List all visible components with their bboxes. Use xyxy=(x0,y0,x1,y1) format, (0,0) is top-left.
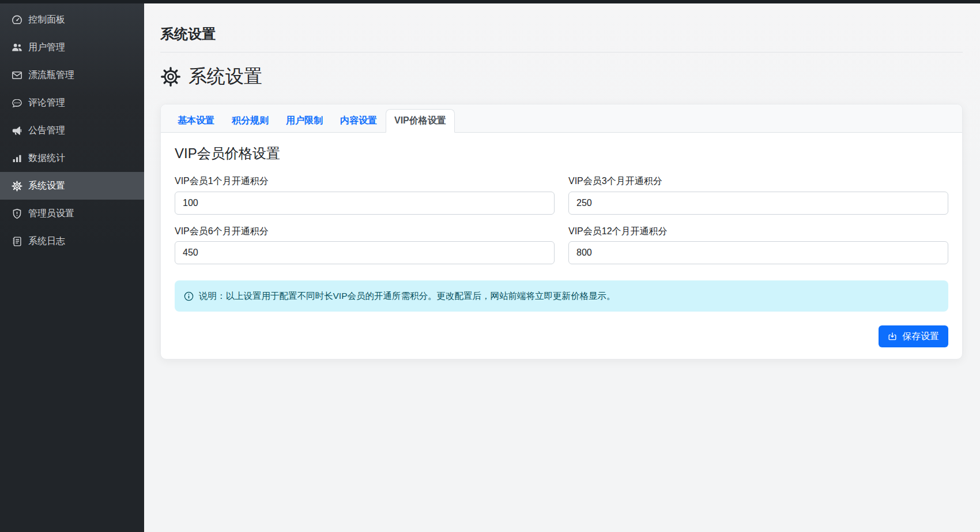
sidebar-item-label: 系统日志 xyxy=(28,235,65,248)
sidebar-item-system-settings[interactable]: 系统设置 xyxy=(0,172,144,200)
sidebar-item-announcements[interactable]: 公告管理 xyxy=(0,117,144,144)
sidebar-item-label: 评论管理 xyxy=(28,97,65,109)
chat-dots-icon xyxy=(11,97,22,108)
field-label: VIP会员12个月开通积分 xyxy=(568,225,948,238)
sidebar-item-label: 系统设置 xyxy=(28,180,65,192)
sidebar-item-dashboard[interactable]: 控制面板 xyxy=(0,6,144,33)
field-vip-1-month: VIP会员1个月开通积分 xyxy=(175,175,555,214)
vip-3-month-input[interactable] xyxy=(568,192,948,215)
speedometer-icon xyxy=(11,14,22,25)
save-settings-button[interactable]: 保存设置 xyxy=(879,325,948,347)
top-dark-bar xyxy=(0,0,980,3)
tab-user-limits[interactable]: 用户限制 xyxy=(277,109,331,133)
field-label: VIP会员6个月开通积分 xyxy=(175,225,555,238)
sidebar-item-label: 用户管理 xyxy=(28,42,65,54)
app-window: 控制面板 用户管理 漂流瓶管理 评论管理 公告管理 xyxy=(0,0,980,532)
field-label: VIP会员1个月开通积分 xyxy=(175,175,555,188)
tab-basic-settings[interactable]: 基本设置 xyxy=(169,109,223,133)
info-circle-icon xyxy=(184,291,194,301)
sidebar-item-label: 数据统计 xyxy=(28,152,65,164)
settings-card: 基本设置 积分规则 用户限制 内容设置 VIP价格设置 VIP会员价格设置 VI… xyxy=(160,104,963,359)
sidebar-item-label: 漂流瓶管理 xyxy=(28,69,74,81)
sidebar-item-system-logs[interactable]: 系统日志 xyxy=(0,227,144,255)
settings-tabs: 基本设置 积分规则 用户限制 内容设置 VIP价格设置 xyxy=(161,104,962,133)
field-vip-6-month: VIP会员6个月开通积分 xyxy=(175,225,555,264)
field-vip-12-month: VIP会员12个月开通积分 xyxy=(568,225,948,264)
save-icon xyxy=(888,332,897,341)
vip-price-form: VIP会员1个月开通积分 VIP会员3个月开通积分 VIP会员6个月开通积分 V… xyxy=(175,175,948,264)
tab-vip-price-settings[interactable]: VIP价格设置 xyxy=(386,109,455,133)
section-title: VIP会员价格设置 xyxy=(175,144,948,162)
users-icon xyxy=(11,42,22,53)
sidebar-item-statistics[interactable]: 数据统计 xyxy=(0,144,144,172)
sidebar-item-label: 控制面板 xyxy=(28,14,65,26)
settings-heading: 系统设置 xyxy=(160,64,963,89)
sidebar-item-admin-settings[interactable]: 管理员设置 xyxy=(0,200,144,227)
journal-icon xyxy=(11,235,22,247)
save-button-label: 保存设置 xyxy=(902,330,939,343)
header-divider xyxy=(160,52,963,53)
sidebar-item-comments[interactable]: 评论管理 xyxy=(0,89,144,117)
page-title: 系统设置 xyxy=(160,0,963,43)
field-vip-3-month: VIP会员3个月开通积分 xyxy=(568,175,948,214)
tab-content-settings[interactable]: 内容设置 xyxy=(331,109,386,133)
megaphone-icon xyxy=(11,125,22,136)
shield-icon xyxy=(11,208,22,219)
envelope-icon xyxy=(11,69,22,81)
field-label: VIP会员3个月开通积分 xyxy=(568,175,948,188)
sidebar-item-label: 公告管理 xyxy=(28,125,65,137)
sidebar-item-bottles[interactable]: 漂流瓶管理 xyxy=(0,61,144,89)
sidebar-item-label: 管理员设置 xyxy=(28,208,74,220)
info-alert-text: 说明：以上设置用于配置不同时长VIP会员的开通所需积分。更改配置后，网站前端将立… xyxy=(199,290,615,302)
main-content: 系统设置 系统设置 基本设置 积分规则 用户限制 内容设置 VIP价格设置 VI… xyxy=(144,0,980,532)
settings-heading-text: 系统设置 xyxy=(189,64,262,89)
info-alert: 说明：以上设置用于配置不同时长VIP会员的开通所需积分。更改配置后，网站前端将立… xyxy=(175,280,948,312)
sidebar-item-users[interactable]: 用户管理 xyxy=(0,33,144,61)
vip-6-month-input[interactable] xyxy=(175,241,555,264)
vip-price-panel: VIP会员价格设置 VIP会员1个月开通积分 VIP会员3个月开通积分 VIP会… xyxy=(161,133,962,359)
card-footer: 保存设置 xyxy=(175,325,948,347)
gear-icon xyxy=(160,66,181,87)
vip-12-month-input[interactable] xyxy=(568,241,948,264)
tab-points-rules[interactable]: 积分规则 xyxy=(223,109,277,133)
gear-icon xyxy=(11,180,22,192)
sidebar: 控制面板 用户管理 漂流瓶管理 评论管理 公告管理 xyxy=(0,0,144,532)
vip-1-month-input[interactable] xyxy=(175,192,555,215)
bar-chart-icon xyxy=(11,152,22,164)
